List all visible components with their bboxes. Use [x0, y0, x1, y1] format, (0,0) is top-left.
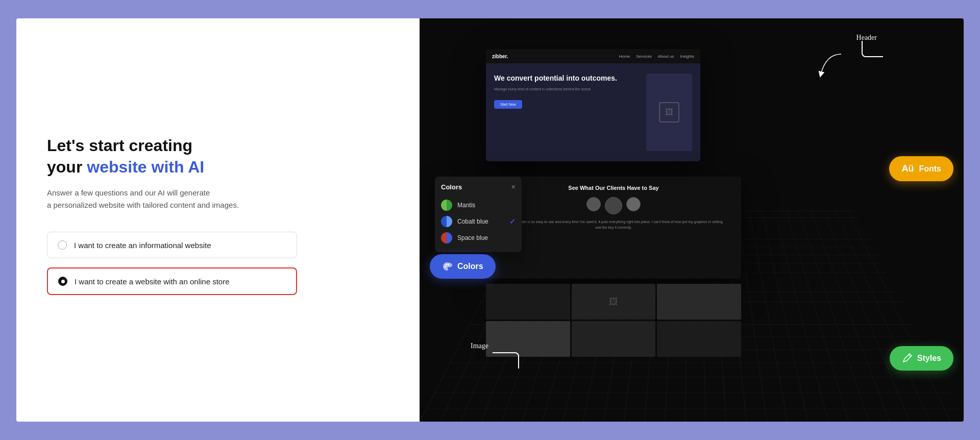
cobalt-swatch-half-2 — [447, 216, 452, 227]
option1-label: I want to create an informational websit… — [74, 241, 211, 250]
site-hero: We convert potential into outcomes. Mana… — [486, 63, 700, 161]
site-hero-text: We convert potential into outcomes. Mana… — [494, 74, 640, 151]
colors-popup-header: Colors × — [441, 183, 516, 191]
colors-btn-label: Colors — [457, 262, 483, 271]
styles-btn-label: Styles — [917, 354, 941, 363]
colors-popup-close[interactable]: × — [511, 183, 516, 191]
subtext: Answer a few questions and our AI will g… — [47, 187, 389, 211]
colors-icon — [442, 261, 452, 272]
option1-box[interactable]: I want to create an informational websit… — [47, 232, 297, 258]
option2-label: I want to create a website with an onlin… — [75, 277, 230, 286]
left-panel: Let's start creating your website with A… — [16, 18, 420, 422]
option2-box[interactable]: I want to create a website with an onlin… — [47, 267, 297, 295]
img-cell-1 — [486, 284, 570, 320]
colors-popup: Colors × Mantis Cobalt blue ✓ — [435, 177, 522, 252]
svg-point-2 — [448, 264, 449, 265]
testimonial-text: The AI builder is so easy to use and eve… — [494, 219, 733, 230]
site-hero-image: 🖼 — [646, 74, 692, 151]
styles-button[interactable]: Styles — [890, 346, 953, 371]
heading-line2: your website with AI — [47, 157, 389, 177]
cobalt-label: Cobalt blue — [457, 218, 504, 225]
nav-item-home: Home — [619, 54, 630, 59]
styles-icon — [902, 353, 912, 363]
site-nav-items: Home Services About us Insights — [619, 54, 694, 59]
svg-point-0 — [445, 266, 446, 267]
site-card-bottom: See What Our Clients Have to Say The AI … — [486, 177, 741, 279]
color-option-cobalt[interactable]: Cobalt blue ✓ — [441, 213, 516, 230]
avatar-2 — [605, 197, 622, 214]
avatar-3 — [626, 197, 641, 211]
option1-radio[interactable] — [58, 240, 67, 250]
fonts-icon: Aü — [901, 163, 914, 174]
swatch-half-2 — [447, 200, 452, 211]
right-panel: Header zibber. Home Services About us In… — [420, 18, 964, 422]
fonts-btn-label: Fonts — [919, 164, 941, 174]
mantis-swatch — [441, 200, 452, 211]
spaceblue-swatch-half-1 — [441, 232, 447, 243]
radio-dot — [61, 280, 65, 283]
site-nav: zibber. Home Services About us Insights — [486, 49, 700, 63]
header-label: Header — [856, 34, 877, 42]
color-option-spaceblue[interactable]: Space blue — [441, 230, 516, 246]
cobalt-swatch-half-1 — [441, 216, 447, 227]
testimonial-section: See What Our Clients Have to Say The AI … — [486, 177, 741, 238]
site-logo: zibber. — [492, 54, 508, 59]
heading-blue: website with AI — [87, 158, 204, 176]
img-cell-2: 🖼 — [572, 284, 656, 320]
main-container: Let's start creating your website with A… — [16, 18, 964, 422]
nav-item-insights: Insights — [680, 54, 694, 59]
image-label: Image — [471, 342, 488, 350]
avatars-row — [494, 197, 733, 214]
fonts-button[interactable]: Aü Fonts — [889, 156, 953, 181]
nav-item-about: About us — [658, 54, 674, 59]
svg-point-1 — [446, 264, 447, 265]
color-option-mantis[interactable]: Mantis — [441, 197, 516, 213]
nav-item-services: Services — [636, 54, 652, 59]
option2-radio[interactable] — [58, 277, 67, 286]
header-arrow — [811, 49, 851, 80]
img-cell-4 — [486, 321, 570, 357]
avatar-1 — [586, 197, 601, 211]
spaceblue-swatch — [441, 232, 452, 243]
img-cell-3 — [657, 284, 741, 320]
img-cell-6 — [657, 321, 741, 357]
site-hero-title: We convert potential into outcomes. — [494, 74, 640, 83]
site-card-top: zibber. Home Services About us Insights … — [486, 49, 700, 161]
site-card-images: 🖼 — [486, 284, 741, 357]
testimonials-title: See What Our Clients Have to Say — [494, 185, 733, 191]
cobalt-swatch — [441, 216, 452, 227]
img-cell-5 — [572, 321, 656, 357]
spaceblue-label: Space blue — [457, 234, 516, 241]
image-placeholder-icon: 🖼 — [659, 102, 679, 123]
cobalt-checkmark: ✓ — [509, 217, 516, 226]
swatch-half-1 — [441, 200, 447, 211]
colors-button[interactable]: Colors — [430, 254, 496, 279]
heading-line1: Let's start creating — [47, 136, 389, 155]
site-hero-btn[interactable]: Start Now — [494, 100, 522, 109]
site-hero-desc: Manage every kind of content in collecti… — [494, 87, 640, 92]
subtext-line1: Answer a few questions and our AI will g… — [47, 188, 210, 197]
mantis-label: Mantis — [457, 202, 516, 209]
heading-prefix: your — [47, 158, 87, 176]
subtext-line2: a personalized website with tailored con… — [47, 201, 239, 209]
colors-popup-title: Colors — [441, 183, 462, 191]
spaceblue-swatch-half-2 — [447, 232, 452, 243]
